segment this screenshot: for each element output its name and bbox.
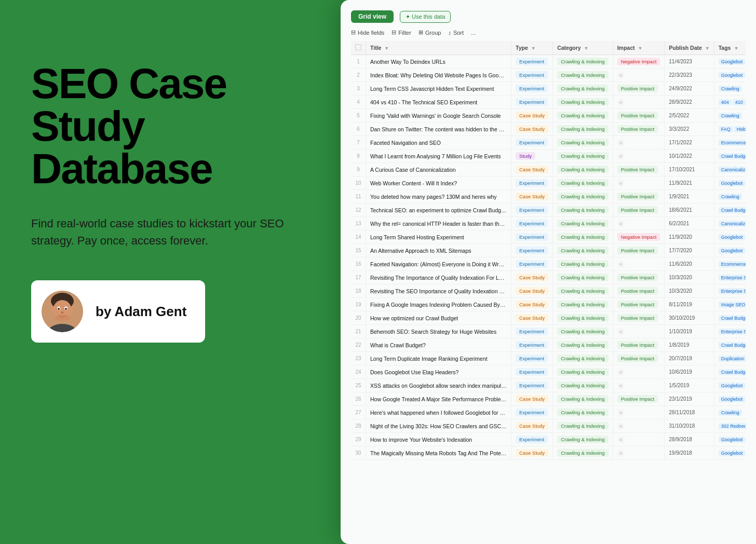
row-date: 28/11/2018 (665, 406, 714, 419)
table-row[interactable]: 26How Google Treated A Major Site Perfor… (351, 392, 746, 406)
table-row[interactable]: 7Faceted Navigation and SEOExperimentCra… (351, 136, 746, 149)
table-row[interactable]: 3Long Term CSS Javascript Hidden Text Ex… (351, 82, 746, 96)
col-impact[interactable]: Impact ▼ (613, 41, 665, 55)
row-category: Crawling & Indexing (553, 433, 613, 446)
row-title[interactable]: Night of the Living 302s: How SEO Crawle… (366, 419, 511, 433)
row-title[interactable]: Revisiting The Importance of Quality Ind… (366, 271, 511, 284)
table-container[interactable]: Title ▼ Type ▼ Category ▼ Impact ▼ Publi… (351, 41, 746, 460)
group-btn[interactable]: ⊞ Group (419, 29, 441, 36)
table-row[interactable]: 29How to improve Your Website's Indexati… (351, 433, 746, 446)
table-row[interactable]: 19Fixing A Google Images Indexing Proble… (351, 298, 746, 311)
row-title[interactable]: Does Googlebot Use Etag Headers? (366, 365, 511, 379)
row-title[interactable]: XSS attacks on Googlebot allow search in… (366, 379, 511, 392)
table-row[interactable]: 17Revisiting The Importance of Quality I… (351, 271, 746, 284)
row-title[interactable]: An Alternative Approach to XML Sitemaps (366, 244, 511, 257)
row-title[interactable]: Web Worker Content - Will It Index? (366, 176, 511, 190)
table-row[interactable]: 18Revisiting The SEO Importance of Quali… (351, 284, 746, 298)
row-type: Experiment (511, 257, 553, 271)
col-tags[interactable]: Tags ▼ (714, 41, 746, 55)
row-impact: Positive Impact (613, 190, 665, 203)
sort-btn[interactable]: ↕ Sort (448, 30, 464, 36)
row-title[interactable]: You deleted how many pages? 130M and her… (366, 190, 511, 203)
row-date: 11/9/2020 (665, 230, 714, 244)
table-row[interactable]: 4404 vs 410 - The Technical SEO Experime… (351, 96, 746, 109)
row-category: Crawling & Indexing (553, 406, 613, 419)
row-number: 23 (351, 352, 366, 365)
row-title[interactable]: How to improve Your Website's Indexation (366, 433, 511, 446)
table-row[interactable]: 12Technical SEO: an experiment to optimi… (351, 203, 746, 217)
table-header-row: Title ▼ Type ▼ Category ▼ Impact ▼ Publi… (351, 41, 746, 55)
row-type: Experiment (511, 379, 553, 392)
row-tags: Googlebot (714, 69, 746, 82)
row-title[interactable]: Long Term CSS Javascript Hidden Text Exp… (366, 82, 511, 96)
row-title[interactable]: Here's what happened when I followed Goo… (366, 406, 511, 419)
row-title[interactable]: What is Crawl Budget? (366, 338, 511, 352)
row-title[interactable]: Dan Shure on Twitter: The content was hi… (366, 123, 511, 136)
table-row[interactable]: 16Faceted Navigation: (Almost) Everyone … (351, 257, 746, 271)
svg-point-9 (61, 311, 64, 314)
table-row[interactable]: 24Does Googlebot Use Etag Headers?Experi… (351, 365, 746, 379)
row-title[interactable]: Faceted Navigation: (Almost) Everyone is… (366, 257, 511, 271)
row-title[interactable]: Fixing 'Valid with Warnings' in Google S… (366, 109, 511, 123)
row-impact: Positive Impact (613, 311, 665, 325)
row-date: 22/3/2023 (665, 69, 714, 82)
table-row[interactable]: 22What is Crawl Budget?ExperimentCrawlin… (351, 338, 746, 352)
col-title[interactable]: Title ▼ (366, 41, 511, 55)
row-tags: Canonicalizat (714, 217, 746, 230)
table-row[interactable]: 2Index Bloat: Why Deleting Old Website P… (351, 69, 746, 82)
filter-btn[interactable]: ⊟ Filter (392, 29, 411, 36)
col-category[interactable]: Category ▼ (553, 41, 613, 55)
row-number: 22 (351, 338, 366, 352)
table-row[interactable]: 14Long Term Shared Hosting ExperimentExp… (351, 230, 746, 244)
table-row[interactable]: 5Fixing 'Valid with Warnings' in Google … (351, 109, 746, 123)
row-title[interactable]: 404 vs 410 - The Technical SEO Experimen… (366, 96, 511, 109)
table-row[interactable]: 20How we optimized our Crawl BudgetCase … (351, 311, 746, 325)
row-title[interactable]: What I Learnt from Analysing 7 Million L… (366, 149, 511, 163)
table-row[interactable]: 13Why the rel= canonical HTTP Header is … (351, 217, 746, 230)
use-data-button[interactable]: ✦ Use this data (400, 11, 451, 23)
table-row[interactable]: 9A Curious Case of CanonicalizationCase … (351, 163, 746, 176)
row-title[interactable]: Faceted Navigation and SEO (366, 136, 511, 149)
row-title[interactable]: Technical SEO: an experiment to optimize… (366, 203, 511, 217)
row-title[interactable]: Index Bloat: Why Deleting Old Website Pa… (366, 69, 511, 82)
row-title[interactable]: Long Term Shared Hosting Experiment (366, 230, 511, 244)
table-row[interactable]: 1Another Way To Deindex URLsExperimentCr… (351, 55, 746, 69)
table-row[interactable]: 15An Alternative Approach to XML Sitemap… (351, 244, 746, 257)
row-title[interactable]: How Google Treated A Major Site Performa… (366, 392, 511, 406)
table-row[interactable]: 27Here's what happened when I followed G… (351, 406, 746, 419)
row-title[interactable]: The Magically Missing Meta Robots Tag An… (366, 446, 511, 460)
row-title[interactable]: Behemoth SEO: Search Strategy for Huge W… (366, 325, 511, 338)
row-category: Crawling & Indexing (553, 82, 613, 96)
table-row[interactable]: 30The Magically Missing Meta Robots Tag … (351, 446, 746, 460)
table-row[interactable]: 23Long Term Duplicate Image Ranking Expe… (351, 352, 746, 365)
row-number: 8 (351, 149, 366, 163)
table-row[interactable]: 10Web Worker Content - Will It Index?Exp… (351, 176, 746, 190)
table-row[interactable]: 25XSS attacks on Googlebot allow search … (351, 379, 746, 392)
row-number: 6 (351, 123, 366, 136)
table-row[interactable]: 28Night of the Living 302s: How SEO Craw… (351, 419, 746, 433)
more-btn[interactable]: ... (471, 30, 476, 36)
row-title[interactable]: How we optimized our Crawl Budget (366, 311, 511, 325)
col-type[interactable]: Type ▼ (511, 41, 553, 55)
row-date: 11/4/2023 (665, 55, 714, 69)
row-title[interactable]: Fixing A Google Images Indexing Problem … (366, 298, 511, 311)
table-row[interactable]: 11You deleted how many pages? 130M and h… (351, 190, 746, 203)
grid-view-tab[interactable]: Grid view (351, 10, 394, 23)
table-row[interactable]: 21Behemoth SEO: Search Strategy for Huge… (351, 325, 746, 338)
row-title[interactable]: A Curious Case of Canonicalization (366, 163, 511, 176)
hide-fields-btn[interactable]: ⊟ Hide fields (351, 29, 384, 36)
table-row[interactable]: 6Dan Shure on Twitter: The content was h… (351, 123, 746, 136)
row-title[interactable]: Why the rel= canonical HTTP Header is fa… (366, 217, 511, 230)
row-category: Crawling & Indexing (553, 55, 613, 69)
row-title[interactable]: Revisiting The SEO Importance of Quality… (366, 284, 511, 298)
row-number: 21 (351, 325, 366, 338)
table-row[interactable]: 8What I Learnt from Analysing 7 Million … (351, 149, 746, 163)
row-category: Crawling & Indexing (553, 325, 613, 338)
row-category: Crawling & Indexing (553, 244, 613, 257)
row-tags: Googlebot (714, 176, 746, 190)
col-publish-date[interactable]: Publish Date ▼ (665, 41, 714, 55)
row-title[interactable]: Long Term Duplicate Image Ranking Experi… (366, 352, 511, 365)
row-title[interactable]: Another Way To Deindex URLs (366, 55, 511, 69)
row-number: 11 (351, 190, 366, 203)
sort-icon: ↕ (448, 30, 451, 36)
